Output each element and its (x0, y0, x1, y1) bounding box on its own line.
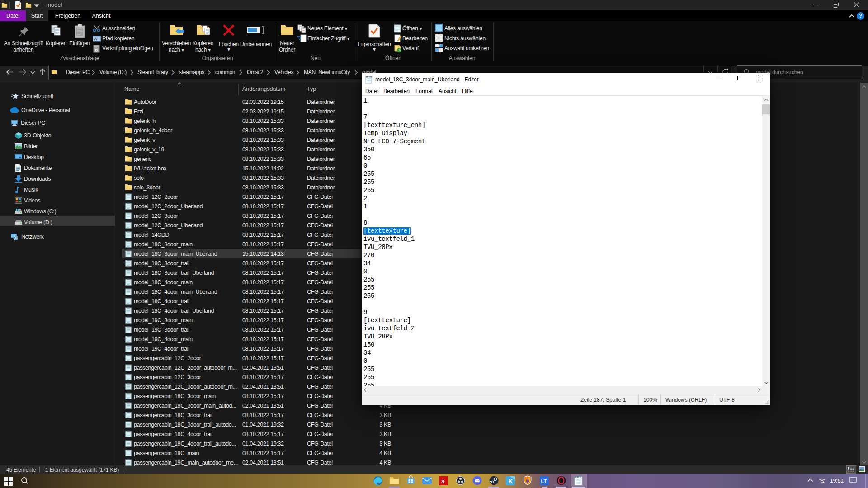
svg-text:LT: LT (541, 479, 547, 484)
svg-text:a: a (441, 478, 445, 484)
svg-text:W..: W.. (94, 37, 99, 41)
svg-text:K: K (509, 478, 513, 485)
